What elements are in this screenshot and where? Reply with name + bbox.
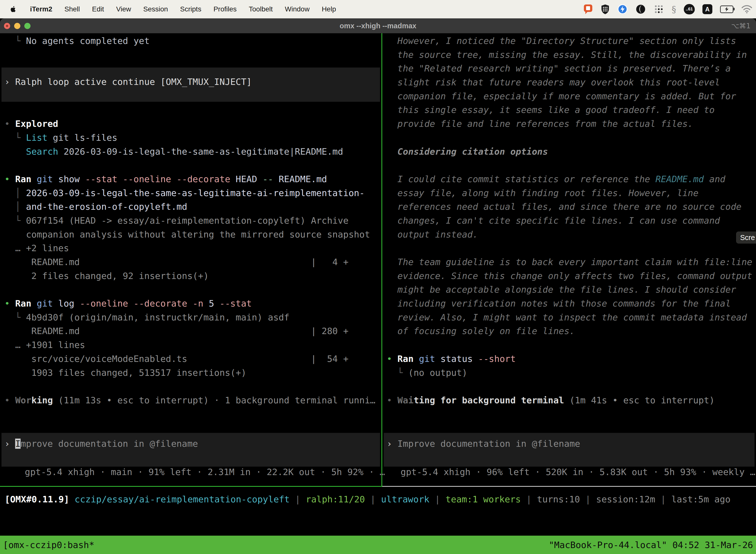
text-segment: [OMX#0.11.9] bbox=[5, 494, 69, 504]
window-shortcut-badge: ⌥⌘1 bbox=[731, 22, 751, 30]
text-segment: • bbox=[387, 354, 397, 364]
text-segment: | bbox=[655, 494, 672, 504]
menu-item-toolbelt[interactable]: Toolbelt bbox=[249, 5, 273, 13]
shield-app-icon[interactable] bbox=[601, 3, 610, 15]
text-segment: … +1901 lines bbox=[4, 340, 85, 350]
usage-counter-badge[interactable]: ..61 bbox=[684, 4, 695, 14]
terminal-line: README.md | 280 + bbox=[4, 324, 376, 338]
terminal-line: might be acceptable alongside the file l… bbox=[387, 283, 752, 296]
text-segment: --stat bbox=[214, 298, 252, 309]
menu-item-view[interactable]: View bbox=[116, 5, 131, 13]
terminal-line: └ 4b9d30f (origin/main, instructkr/main,… bbox=[4, 311, 376, 324]
terminal-line: └ 067f154 (HEAD -> essay/ai-reimplementa… bbox=[4, 214, 376, 228]
menu-item-window[interactable]: Window bbox=[285, 5, 310, 13]
terminal-line: companion file, especially if more comme… bbox=[387, 89, 752, 103]
menu-item-shell[interactable]: Shell bbox=[64, 5, 80, 13]
menu-item-scripts[interactable]: Scripts bbox=[180, 5, 201, 13]
battery-icon[interactable] bbox=[720, 3, 734, 15]
terminal-line: … +1901 lines bbox=[4, 338, 376, 352]
terminal-line: │ and-the-erosion-of-copyleft.md bbox=[4, 200, 376, 214]
terminal-line bbox=[387, 241, 752, 255]
terminal-line: essay file, along with finding root file… bbox=[387, 186, 752, 200]
apple-menu-icon[interactable] bbox=[9, 4, 18, 14]
terminal-line: … +2 lines bbox=[4, 241, 376, 255]
text-segment: └ bbox=[4, 132, 26, 143]
bolt-badge-icon[interactable] bbox=[617, 3, 628, 15]
tmux-pane-right[interactable]: However, I noticed the "Directory Struct… bbox=[387, 34, 752, 407]
text-segment: the source tree, missing the essay. Stil… bbox=[387, 50, 747, 60]
squiggle-icon[interactable]: § bbox=[672, 3, 676, 15]
text-segment: However, I noticed the "Directory Struct… bbox=[387, 36, 736, 46]
text-segment: and-the-erosion-of-copyleft.md bbox=[26, 202, 187, 212]
text-segment: › bbox=[4, 77, 15, 87]
tmux-host-clock: "MacBook-Pro-44.local" 04:52 31-Mar-26 bbox=[549, 540, 753, 550]
terminal-line: this single essay, it seems like a good … bbox=[387, 103, 752, 117]
wifi-icon[interactable] bbox=[741, 3, 753, 15]
chat-app-icon[interactable] bbox=[583, 3, 593, 15]
terminal-line: 2 files changed, 92 insertions(+) bbox=[4, 269, 376, 283]
text-segment: • bbox=[4, 174, 15, 184]
menu-item-iterm2[interactable]: iTerm2 bbox=[30, 5, 52, 13]
text-segment: show bbox=[53, 174, 80, 184]
text-segment: README.md | 4 + bbox=[4, 257, 349, 267]
text-segment: 2026-03-09-is-legal-the-same-as-legitima… bbox=[26, 188, 365, 198]
terminal-line: │ 2026-03-09-is-legal-the-same-as-legiti… bbox=[4, 186, 376, 200]
text-segment: No agents completed yet bbox=[26, 36, 150, 46]
macos-menu-bar: iTerm2ShellEditViewSessionScriptsProfile… bbox=[0, 0, 756, 18]
text-segment: The team guideline is to back every impo… bbox=[387, 257, 752, 267]
text-segment: (1m 41s • esc to interrupt) bbox=[564, 395, 714, 405]
menu-item-session[interactable]: Session bbox=[143, 5, 168, 13]
pane-divider[interactable] bbox=[381, 33, 382, 486]
text-segment: ting for background terminal bbox=[414, 395, 564, 405]
text-segment: 4b9d30f (origin/main, instructkr/main, m… bbox=[26, 312, 290, 322]
tmux-status-bar: [omx-cczip0:bash* "MacBook-Pro-44.local"… bbox=[0, 536, 756, 554]
menu-item-help[interactable]: Help bbox=[322, 5, 336, 13]
input-source-text: A bbox=[705, 6, 710, 13]
input-source-badge[interactable]: A bbox=[702, 4, 712, 14]
terminal-line: references need actual files, and since … bbox=[387, 200, 752, 214]
window-title-bar[interactable]: omx --xhigh --madmax ⌥⌘1 bbox=[0, 18, 756, 33]
terminal-line bbox=[4, 380, 376, 393]
text-segment: • bbox=[387, 395, 397, 405]
active-pane-bottom-border bbox=[0, 486, 382, 487]
omx-status-line: [OMX#0.11.9] cczip/essay/ai-reimplementa… bbox=[5, 492, 731, 506]
text-segment: • bbox=[4, 395, 15, 405]
dots-grid-icon[interactable] bbox=[653, 3, 664, 15]
terminal-line: • Ran git status --short bbox=[387, 352, 752, 366]
text-segment: README.md bbox=[273, 174, 327, 184]
text-segment: including verification notes with those … bbox=[387, 298, 731, 309]
terminal-line: └ List git ls-files bbox=[4, 131, 376, 145]
text-segment: and bbox=[704, 174, 726, 184]
menu-items: iTerm2ShellEditViewSessionScriptsProfile… bbox=[0, 4, 336, 14]
text-segment: └ bbox=[4, 36, 26, 46]
text-segment: README.md bbox=[655, 174, 704, 184]
text-segment: List bbox=[26, 132, 48, 143]
terminal-line: review. Also, I might want to inspect th… bbox=[387, 311, 752, 324]
text-segment: (11m 13s • esc to interrupt) · 1 backgro… bbox=[53, 395, 375, 405]
text-segment: references need actual files, and since … bbox=[387, 202, 741, 212]
text-segment: README.md | 280 + bbox=[4, 326, 349, 336]
text-segment: └ bbox=[4, 312, 26, 322]
text-segment: -- bbox=[257, 174, 273, 184]
terminal-line: the "Related research writing" section i… bbox=[387, 62, 752, 75]
text-segment: | bbox=[521, 494, 537, 504]
menu-item-edit[interactable]: Edit bbox=[92, 5, 104, 13]
terminal-line: • Waiting for background terminal (1m 41… bbox=[387, 393, 752, 407]
moon-app-icon[interactable] bbox=[635, 3, 646, 15]
text-segment: git bbox=[414, 354, 435, 364]
text-segment: team:1 workers bbox=[445, 494, 521, 504]
text-segment: --oneline --decorate -n bbox=[74, 298, 203, 309]
text-segment: ralph:11/20 bbox=[306, 494, 365, 504]
text-segment: Ran bbox=[15, 174, 31, 184]
text-segment: I could cite commit statistics or refere… bbox=[387, 174, 655, 184]
text-segment: Ran bbox=[397, 354, 414, 364]
terminal-line: README.md | 4 + bbox=[4, 255, 376, 269]
menu-item-profiles[interactable]: Profiles bbox=[213, 5, 237, 13]
text-segment: review. Also, I might want to inspect th… bbox=[387, 312, 747, 322]
screen-tooltip[interactable]: Scre bbox=[736, 232, 756, 243]
text-segment: cczip/essay/ai-reimplementation-copyleft bbox=[75, 494, 290, 504]
prompt-input-left[interactable]: › Improve documentation in @filename bbox=[1, 433, 380, 466]
text-segment: 2 files changed, 92 insertions(+) bbox=[4, 271, 209, 281]
prompt-input-right[interactable]: › Improve documentation in @filename bbox=[384, 433, 755, 466]
terminal-content[interactable]: └ No agents completed yet• Explored └ Li… bbox=[0, 33, 756, 554]
